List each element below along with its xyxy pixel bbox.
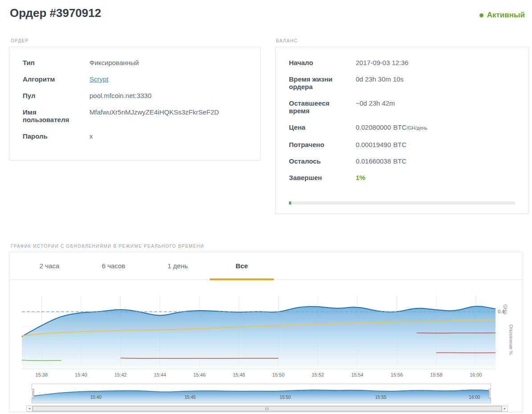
navigator-time-label: 15:50 (280, 395, 291, 400)
chart-scrollbar[interactable]: ◄ ► (26, 406, 508, 412)
x-axis-tick-label: 15:40 (75, 372, 87, 377)
active-status-dot-icon (479, 13, 483, 17)
field-value: pool.mfcoin.net:3330 (89, 92, 247, 99)
history-chart-card: 2 часа 6 часов 1 день Все 15:3815:4015:4… (9, 252, 523, 412)
field-value: x (89, 132, 247, 140)
field-label: Пул (23, 92, 78, 99)
field-value: 0d 23h 30m 10s (356, 75, 515, 90)
left-value: 0.01660038 (356, 157, 391, 165)
field-row-username: Имя пользователя MfafwuXr5nMJzwyZE4iHQKS… (23, 104, 247, 128)
x-axis-tick-label: 15:56 (391, 372, 403, 377)
order-card: Тип Фиксированный Алгоритм Scrypt Пул po… (9, 47, 260, 160)
field-label: Имя пользователя (23, 108, 78, 123)
spent-unit: BTC (393, 141, 406, 148)
completed-percent: 1% (356, 174, 365, 181)
field-row-start: Начало 2017-09-03 12:36 (289, 54, 515, 71)
field-label: Потрачено (289, 141, 345, 148)
x-axis-tick-label: 15:46 (193, 372, 206, 377)
x-axis-tick-label: 15:48 (233, 372, 245, 377)
price-value: 0.02080000 (356, 123, 391, 131)
navigator-time-label: 15:45 (185, 395, 196, 400)
balance-section-label: БАЛАНС (276, 38, 298, 43)
chart-range-tabs: 2 часа 6 часов 1 день Все (9, 252, 523, 280)
field-value: 2017-09-03 12:36 (356, 59, 515, 66)
navigator-time-label: 16:00 (469, 395, 480, 400)
field-label: Начало (289, 59, 345, 66)
navigator-time-label: 15:40 (90, 395, 102, 400)
x-axis-tick-label: 15:52 (312, 372, 324, 377)
field-label: Пароль (23, 132, 78, 140)
page-title: Ордер #3970912 (10, 6, 101, 20)
progress-fill (289, 201, 291, 205)
field-value: ~0d 23h 42m (356, 99, 515, 115)
field-value: 0.01660038BTC (356, 157, 515, 165)
price-unit: BTC (393, 123, 406, 131)
x-axis-tick-label: 15:44 (154, 372, 167, 377)
order-section-label: ОРДЕР (11, 38, 28, 43)
x-axis-tick-label: 15:42 (114, 372, 127, 377)
order-status-label: Активный (487, 11, 525, 20)
price-unit-small: /GH/день (406, 125, 427, 131)
algorithm-link[interactable]: Scrypt (89, 75, 109, 83)
x-axis-tick-label: 16:00 (470, 372, 482, 377)
field-row-left: Осталось 0.01660038BTC (289, 153, 515, 169)
field-row-pool: Пул pool.mfcoin.net:3330 (23, 87, 247, 104)
tab-2h[interactable]: 2 часа (17, 252, 81, 280)
field-value: 0.02080000BTC/GH/день (356, 123, 515, 132)
field-row-type: Тип Фиксированный (23, 54, 247, 71)
scrollbar-thumb[interactable] (32, 406, 502, 411)
tab-1d[interactable]: 1 день (146, 252, 210, 280)
chart-navigator[interactable]: 15:4015:4515:5015:5516:00 (32, 384, 491, 403)
scroll-right-icon[interactable]: ► (502, 406, 508, 412)
x-axis-tick-label: 15:54 (351, 372, 364, 377)
field-label: Завершен (289, 174, 345, 181)
field-row-price: Цена 0.02080000BTC/GH/день (289, 119, 515, 136)
history-chart-svg[interactable]: 15:3815:4015:4215:4415:4615:4815:5015:52… (9, 284, 524, 381)
field-label: Осталось (289, 157, 345, 165)
progress-bar (289, 201, 515, 205)
right-axis-title: GH/s (503, 304, 508, 315)
series-0-area (22, 306, 495, 369)
scrollbar-track[interactable] (32, 406, 502, 412)
field-value: Фиксированный (89, 59, 247, 66)
tab-6h[interactable]: 6 часов (81, 252, 146, 280)
x-axis-tick-label: 15:58 (430, 372, 443, 377)
chart-section-label: ГРАФИК ИСТОРИИ С ОБНОВЛЕНИЯМИ В РЕЖИМЕ Р… (11, 244, 204, 249)
field-label: Цена (289, 123, 345, 132)
series-5-line (22, 360, 61, 361)
field-row-spent: Потрачено 0.00019490BTC (289, 136, 515, 153)
right-axis-title: Отклонение % (508, 324, 513, 355)
field-label: Тип (23, 59, 78, 66)
spent-value: 0.00019490 (356, 141, 391, 148)
navigator-time-label: 15:55 (375, 395, 386, 400)
field-value: MfafwuXr5nMJzwyZE4iHQKSs3zFkrSeF2D (89, 108, 247, 123)
field-row-password: Пароль x (23, 128, 247, 144)
field-row-remaining: Оставшееся время ~0d 23h 42m (289, 95, 515, 119)
x-axis-tick-label: 15:50 (272, 372, 285, 377)
field-row-completed: Завершен 1% (289, 169, 515, 186)
field-row-algorithm: Алгоритм Scrypt (23, 71, 247, 87)
series-2-line (121, 358, 279, 359)
scrollbar-grip-icon (265, 407, 269, 410)
x-axis-tick-label: 15:38 (36, 372, 48, 377)
field-row-lifetime: Время жизни ордера 0d 23h 30m 10s (289, 71, 515, 95)
field-label: Оставшееся время (289, 99, 345, 115)
field-label: Алгоритм (23, 75, 78, 83)
order-status-badge: Активный (479, 11, 525, 20)
balance-card: Начало 2017-09-03 12:36 Время жизни орде… (275, 47, 529, 214)
left-unit: BTC (393, 157, 406, 165)
tab-all[interactable]: Все (210, 252, 274, 280)
scroll-left-icon[interactable]: ◄ (26, 406, 32, 412)
field-value: 0.00019490BTC (356, 141, 515, 148)
field-label: Время жизни ордера (289, 75, 345, 90)
navigator-svg: 15:4015:4515:5015:5516:00 (32, 384, 491, 403)
